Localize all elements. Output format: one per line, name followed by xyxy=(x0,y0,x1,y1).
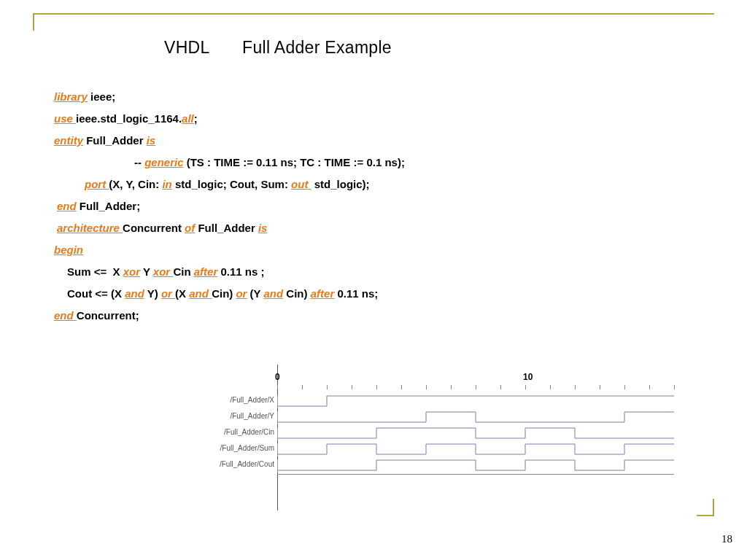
code-line: Sum <= X xor Y xor Cin after 0.11 ns ; xyxy=(54,261,703,283)
code-line: Cout <= (X and Y) or (X and Cin) or (Y a… xyxy=(54,283,703,305)
signal-trace xyxy=(277,458,671,474)
code-line: use ieee.std_logic_1164.all; xyxy=(54,108,703,130)
page-title: VHDL Full Adder Example xyxy=(164,38,392,58)
signal-label: /Full_Adder/Cout xyxy=(204,459,278,472)
code-line: port (X, Y, Cin: in std_logic; Cout, Sum… xyxy=(54,174,703,195)
time-axis-ticks xyxy=(277,385,671,389)
signal-row: /Full_Adder/Sum xyxy=(204,442,671,458)
signal-row: /Full_Adder/X xyxy=(204,394,671,410)
signal-label: /Full_Adder/X xyxy=(204,395,278,408)
title-part2: Full Adder Example xyxy=(242,38,392,57)
code-line: architecture Concurrent of Full_Adder is xyxy=(54,217,703,239)
code-line: end Full_Adder; xyxy=(54,195,703,217)
vhdl-code-block: library ieee;use ieee.std_logic_1164.all… xyxy=(54,86,703,327)
time-tick-label: 0 xyxy=(275,372,280,382)
top-rule xyxy=(33,13,714,15)
signal-row: /Full_Adder/Cin xyxy=(204,426,671,442)
time-tick-label: 10 xyxy=(523,372,533,382)
title-part1: VHDL xyxy=(164,38,209,57)
code-line: entity Full_Adder is xyxy=(54,130,703,152)
signal-row: /Full_Adder/Y xyxy=(204,410,671,426)
page-number: 18 xyxy=(721,533,732,545)
signal-label: /Full_Adder/Y xyxy=(204,411,278,424)
timing-diagram: 010 /Full_Adder/X/Full_Adder/Y/Full_Adde… xyxy=(204,365,671,510)
code-line: begin xyxy=(54,239,703,261)
signal-trace xyxy=(277,394,671,410)
code-line: end Concurrent; xyxy=(54,305,703,327)
signal-rows: /Full_Adder/X/Full_Adder/Y/Full_Adder/Ci… xyxy=(204,394,671,474)
signal-trace xyxy=(277,426,671,442)
signal-trace xyxy=(277,410,671,426)
signal-row: /Full_Adder/Cout xyxy=(204,458,671,474)
signal-label: /Full_Adder/Cin xyxy=(204,427,278,440)
code-line: -- generic (TS : TIME := 0.11 ns; TC : T… xyxy=(54,152,703,174)
signal-label: /Full_Adder/Sum xyxy=(204,443,278,456)
signal-trace xyxy=(277,442,671,458)
corner-top-left xyxy=(33,13,50,31)
code-line: library ieee; xyxy=(54,86,703,108)
corner-bottom-right xyxy=(697,499,714,516)
